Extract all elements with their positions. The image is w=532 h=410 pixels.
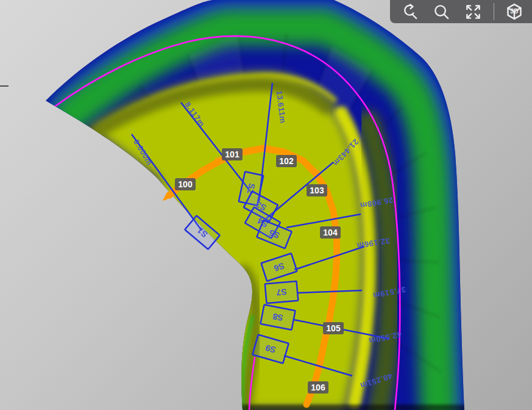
viewport-3d[interactable]: S10.000mS28.117mS313.611mS421.443mS526.9…	[0, 0, 532, 410]
fit-view-icon	[465, 4, 481, 20]
station-label: 100	[175, 178, 196, 190]
station-label: 104	[320, 226, 341, 239]
zoom-reset-icon	[402, 4, 418, 20]
cross-section-label: S7	[265, 281, 299, 303]
scale-tick	[0, 85, 9, 87]
svg-text:104: 104	[323, 228, 338, 237]
terrain-scene: S10.000mS28.117mS313.611mS421.443mS526.9…	[0, 0, 532, 410]
svg-text:3D: 3D	[510, 7, 519, 15]
svg-text:100: 100	[178, 179, 193, 189]
station-label: 105	[323, 322, 344, 334]
fit-view-button[interactable]	[462, 1, 485, 22]
svg-text:S8: S8	[272, 311, 284, 323]
svg-text:101: 101	[225, 149, 239, 159]
zoom-reset-button[interactable]	[399, 1, 422, 22]
station-label: 106	[308, 381, 328, 394]
svg-text:102: 102	[279, 156, 294, 166]
cube-3d-icon: 3D	[506, 3, 523, 20]
station-label: 103	[307, 184, 327, 196]
station-label: 102	[276, 155, 297, 167]
station-label: 101	[222, 148, 243, 160]
view-3d-button[interactable]: 3D	[503, 1, 526, 22]
toolbar-separator	[494, 3, 495, 20]
svg-text:103: 103	[310, 185, 324, 195]
svg-text:106: 106	[311, 383, 325, 392]
svg-text:S7: S7	[276, 287, 288, 297]
zoom-icon	[433, 4, 450, 20]
viewer-toolbar: 3D	[390, 0, 532, 23]
zoom-button[interactable]	[430, 1, 453, 22]
svg-text:105: 105	[326, 323, 341, 333]
